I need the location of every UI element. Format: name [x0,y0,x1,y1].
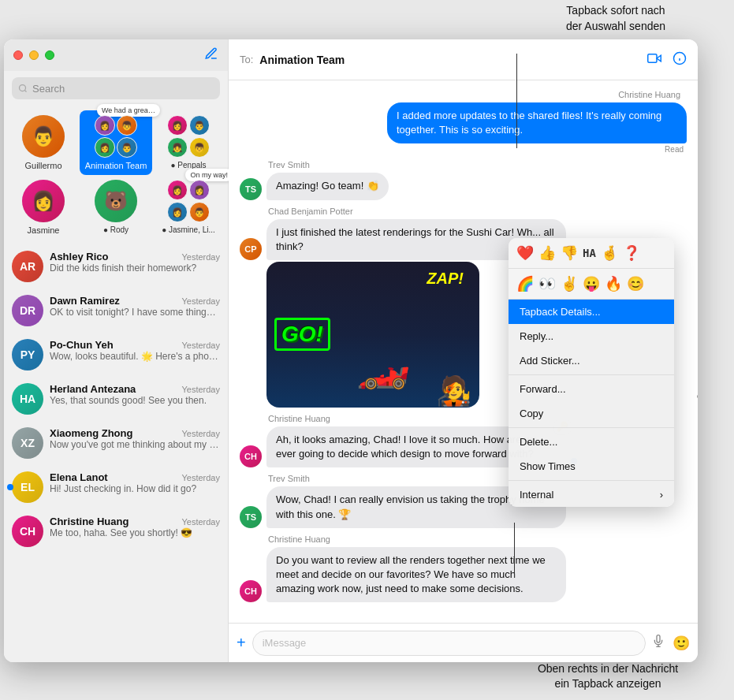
ctx-item-tapback-details[interactable]: Tapback Details... [509,300,674,324]
pinned-avatar-jasmine-li: 👩 👩 👩 👨 [167,180,210,222]
ctx-separator-2 [509,427,674,428]
conv-item-xiaomeng[interactable]: XZ Xiaomeng Zhong Yesterday Now you've g… [4,421,228,465]
ctx-label-reply: Reply... [520,330,553,342]
video-call-icon[interactable] [647,51,661,69]
unread-indicator-elena [7,484,13,490]
pinned-item-guillermo[interactable]: 👨 Guillermo [7,110,80,175]
ctx-label-forward: Forward... [520,383,566,395]
pinned-item-penpals[interactable]: 👩 👨 👧 👦 ● Penpals [152,110,225,175]
conv-item-dawn[interactable]: DR Dawn Ramirez Yesterday OK to visit to… [4,289,228,333]
reaction-rainbow[interactable]: 🌈 [516,275,534,292]
emoji-icon[interactable]: 🙂 [673,635,690,652]
add-attachment-button[interactable]: + [237,634,246,652]
annotation-bottom: Oben rechts in der Nachricht ein Tapback… [497,661,718,692]
message-input[interactable]: iMessage [252,631,646,656]
ctx-item-internal[interactable]: Internal › [509,482,674,507]
input-placeholder: iMessage [263,637,307,649]
conv-preview-christine: Me too, haha. See you shortly! 😎 [50,527,220,538]
chat-area: To: Animation Team Christine Huang [229,39,698,662]
msg-read-1: Read [240,145,684,154]
car-emoji: 🏎️ [356,341,411,392]
ctx-item-forward[interactable]: Forward... [509,377,674,401]
msg-avatar-trev-1: TS [240,178,262,200]
pinned-item-rody[interactable]: 🐻 ● Rody [80,175,152,240]
chat-header: To: Animation Team [229,39,698,80]
reaction-fingers[interactable]: 🤞 [601,244,618,262]
ctx-label-tapback-details: Tapback Details... [520,306,601,318]
reaction-tongue[interactable]: 😛 [583,275,600,292]
msg-group-6: Christine Huang CH Do you want to review… [240,534,687,603]
reaction-heart[interactable]: ❤️ [516,244,534,262]
reaction-smile[interactable]: 😊 [627,275,644,292]
reaction-fire[interactable]: 🔥 [605,275,622,292]
conv-name-elena: Elena Lanot [50,471,108,483]
conv-avatar-xiaomeng: XZ [12,427,43,459]
reaction-ha[interactable]: HA [583,247,596,259]
pinned-item-jasmine-li[interactable]: On my way! 👩 👩 👩 👨 ● Jasmine, Li... [152,175,225,240]
ctx-label-add-sticker: Add Sticker... [520,355,580,367]
conv-name-herland: Herland Antezana [50,383,136,395]
conv-content-elena: Elena Lanot Yesterday Hi! Just checking … [50,471,220,494]
reaction-question[interactable]: ❓ [623,244,640,262]
ctx-item-add-sticker[interactable]: Add Sticker... [509,348,674,373]
conv-item-ashley[interactable]: AR Ashley Rico Yesterday Did the kids fi… [4,244,228,289]
conv-preview-elena: Hi! Just checking in. How did it go? [50,483,220,494]
reaction-peace[interactable]: ✌️ [561,275,578,292]
msg-sender-christine-1: Christine Huang [240,90,687,99]
conv-time-christine: Yesterday [181,517,220,527]
emoji-reaction-bar: ❤️ 👍 👎 HA 🤞 ❓ [509,238,674,269]
input-bar: + iMessage 🙂 [229,623,698,662]
ctx-label-show-times: Show Times [520,460,576,472]
info-icon[interactable] [673,51,687,69]
pinned-avatar-animation-team: 👩 👦 👩 👨 [95,115,137,158]
sushi-car-image: GO! ZAP! 🏎️ 🧑‍🎤 [266,262,479,408]
svg-point-0 [20,85,26,91]
conv-item-herland[interactable]: HA Herland Antezana Yesterday Yes, that … [4,377,228,421]
ctx-label-delete: Delete... [520,436,557,448]
conv-item-christine[interactable]: CH Christine Huang Yesterday Me too, hah… [4,509,228,553]
sidebar-titlebar [4,39,228,71]
ctx-separator-3 [509,480,674,481]
conv-content-christine: Christine Huang Yesterday Me too, haha. … [50,516,220,538]
ctx-item-reply[interactable]: Reply... [509,324,674,348]
ctx-item-show-times[interactable]: Show Times [509,454,674,478]
ctx-submenu-arrow: › [660,489,663,501]
pinned-avatar-jasmine: 👩 [22,180,65,222]
msg-sender-chad-1: Chad Benjamin Potter [240,207,687,216]
conv-avatar-elena: EL [12,471,43,503]
conv-content-xiaomeng: Xiaomeng Zhong Yesterday Now you've got … [50,427,220,450]
traffic-light-minimize[interactable] [29,50,39,60]
conv-avatar-ashley: AR [12,251,43,282]
conv-item-elena[interactable]: EL Elena Lanot Yesterday Hi! Just checki… [4,465,228,509]
reaction-eyes[interactable]: 👀 [538,275,556,292]
conv-name-ashley: Ashley Rico [50,251,108,262]
dictation-icon[interactable] [652,635,665,652]
msg-group-2: Trev Smith TS Amazing! Go team! 👏 [240,160,687,199]
msg-avatar-christine-3: CH [240,580,262,602]
msg-avatar-chad-1: CP [240,238,262,260]
pinned-item-jasmine[interactable]: 👩 Jasmine [7,175,80,240]
traffic-light-close[interactable] [13,50,23,60]
search-placeholder: Search [32,83,65,95]
input-icons: 🙂 [652,635,690,652]
reaction-thumbsup[interactable]: 👍 [538,244,556,262]
pinned-item-animation-team[interactable]: We had a great time. Home with... 👩 👦 👩 … [80,110,152,175]
conv-name-christine: Christine Huang [50,516,129,527]
conv-item-pochun[interactable]: PY Po-Chun Yeh Yesterday Wow, looks beau… [4,333,228,377]
zap-sticker: ZAP! [427,270,464,288]
pinned-avatar-penpals: 👩 👨 👧 👦 [167,115,210,158]
compose-icon[interactable] [204,47,218,64]
reaction-thumbsdown[interactable]: 👎 [561,244,578,262]
pinned-label-jasmine: Jasmine [28,225,60,235]
msg-sender-christine-3: Christine Huang [240,534,687,544]
conv-name-dawn: Dawn Ramirez [50,295,120,307]
traffic-light-fullscreen[interactable] [45,50,54,60]
ctx-item-delete[interactable]: Delete... [509,430,674,454]
pinned-label-guillermo: Guillermo [24,161,61,170]
conv-name-xiaomeng: Xiaomeng Zhong [50,427,132,439]
context-menu: ❤️ 👍 👎 HA 🤞 ❓ 🌈 👀 ✌️ 😛 🔥 😊 Tapback Detai… [509,238,674,507]
ctx-item-copy[interactable]: Copy [509,401,674,426]
search-bar[interactable]: Search [12,77,220,99]
share-icon[interactable] [696,391,698,404]
svg-marker-2 [657,55,661,61]
